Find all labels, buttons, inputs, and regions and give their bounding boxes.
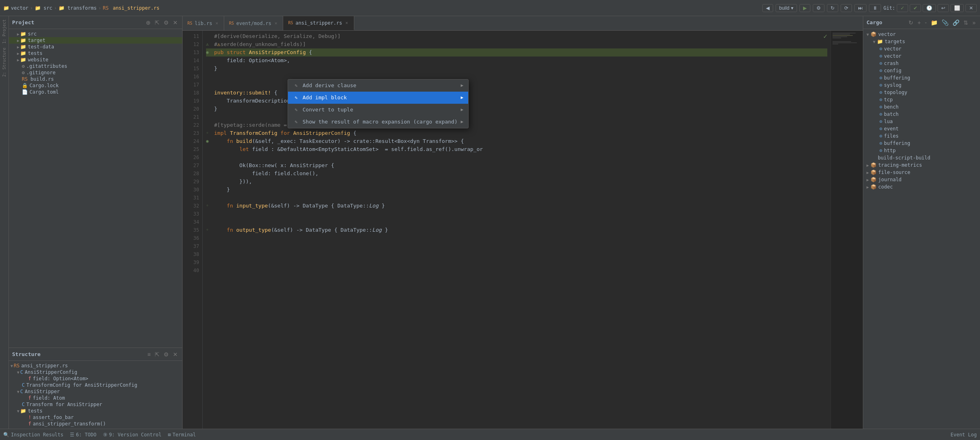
cargo-item-event[interactable]: ⊙ event	[863, 125, 980, 132]
code-area[interactable]: #[derive(Deserialize, Serialize, Debug)]…	[203, 31, 831, 429]
struct-item-field-atom2[interactable]: f field: Atom	[9, 395, 182, 401]
cargo-item-topology[interactable]: ⊙ topology	[863, 89, 980, 96]
cargo-label-config: config	[884, 68, 901, 73]
tree-item-gitattributes[interactable]: ⚙ .gitattributes	[9, 63, 182, 69]
toolbar-btn-1[interactable]: ⚙	[813, 4, 824, 12]
structure-close-btn[interactable]: ✕	[172, 351, 179, 358]
status-todo[interactable]: ☰ 6: TODO	[70, 432, 97, 438]
cargo-attach-btn[interactable]: 📎	[940, 19, 950, 26]
breadcrumb-vector[interactable]: vector	[11, 5, 28, 11]
tree-item-cargotoml[interactable]: 📄 Cargo.toml	[9, 89, 182, 95]
collapse-all-btn[interactable]: ⇱	[154, 19, 161, 26]
cargo-item-tracing[interactable]: ▶ 📦 tracing-metrics	[863, 161, 980, 169]
menu-item-impl[interactable]: ✎ Add impl block ▶	[288, 92, 468, 104]
run-button[interactable]: ▶	[799, 4, 810, 12]
git-undo-btn[interactable]: ↩	[938, 4, 949, 12]
structure-strip-label[interactable]: 2: Structure	[1, 46, 7, 78]
toolbar-btn-2[interactable]: ↻	[827, 4, 838, 12]
locate-file-btn[interactable]: ⊕	[145, 19, 152, 26]
cargo-item-vector-bin2[interactable]: ⊙ vector	[863, 52, 980, 60]
structure-collapse-btn[interactable]: ⇱	[154, 351, 161, 358]
cargo-remove-btn[interactable]: -	[924, 19, 928, 26]
expand-arrow-tracing: ▶	[866, 163, 869, 168]
tree-item-buildrs[interactable]: RS build.rs	[9, 76, 182, 82]
back-button[interactable]: ◀	[762, 4, 773, 12]
close-tab-eventmod[interactable]: ✕	[274, 21, 278, 26]
tab-librs[interactable]: RS lib.rs ✕	[183, 16, 224, 30]
git-window-btn[interactable]: ⬜	[951, 4, 964, 12]
struct-item-file[interactable]: ▼ RS ansi_stripper.rs	[9, 362, 182, 369]
struct-item-ansistripper[interactable]: ▼ C AnsiStripper	[9, 388, 182, 395]
struct-item-tests[interactable]: ▼ 📁 tests	[9, 408, 182, 414]
cargo-item-vector-bin1[interactable]: ⊙ vector	[863, 45, 980, 52]
cargo-sort-btn[interactable]: ⇅	[962, 19, 969, 26]
cargo-item-crash[interactable]: ⊙ crash	[863, 60, 980, 67]
status-terminal[interactable]: ⊞ Terminal	[168, 432, 196, 438]
menu-item-derive[interactable]: ✎ Add derive clause ▶	[288, 80, 468, 92]
struct-item-field-atom[interactable]: f field: Option<Atom>	[9, 375, 182, 382]
cargo-item-buffering1[interactable]: ⊙ buffering	[863, 74, 980, 82]
git-check-btn[interactable]: ✓	[897, 4, 908, 12]
struct-item-config[interactable]: ▼ C AnsiStripperConfig	[9, 369, 182, 375]
git-tick-btn[interactable]: ✔	[910, 4, 921, 12]
close-tab-ansistripper[interactable]: ✕	[345, 20, 349, 25]
cargo-item-vector-pkg[interactable]: ▼ 📦 vector	[863, 31, 980, 38]
submenu-arrow-macro: ▶	[461, 118, 464, 126]
git-history-btn[interactable]: 🕐	[923, 4, 936, 12]
target-icon-event: ⊙	[879, 126, 882, 132]
toolbar-btn-3[interactable]: ⟳	[841, 4, 852, 12]
settings-btn[interactable]: ⚙	[162, 19, 170, 26]
tree-item-cargolock[interactable]: 🔒 Cargo.lock	[9, 82, 182, 89]
tree-item-testdata[interactable]: ▶ 📁 test-data	[9, 44, 182, 50]
toolbar-btn-5[interactable]: ⏸	[869, 4, 881, 12]
status-eventlog[interactable]: Event Log	[951, 432, 977, 438]
project-strip-label[interactable]: 1: Project	[1, 18, 7, 45]
tree-item-src[interactable]: ▶ 📁 src	[9, 31, 182, 37]
cargo-add-btn[interactable]: +	[916, 19, 922, 26]
cargo-item-bench[interactable]: ⊙ bench	[863, 103, 980, 111]
cargo-link-btn[interactable]: 🔗	[951, 19, 961, 26]
structure-settings-btn[interactable]: ⚙	[162, 351, 170, 358]
tree-item-tests[interactable]: ▶ 📁 tests	[9, 50, 182, 57]
cargo-item-targets[interactable]: ▼ 📁 targets	[863, 38, 980, 45]
expand-arrow-vector-pkg: ▼	[866, 32, 869, 37]
cargo-item-buildscript[interactable]: build-script-build	[863, 154, 980, 161]
cargo-refresh-btn[interactable]: ↻	[907, 19, 915, 26]
cargo-item-syslog[interactable]: ⊙ syslog	[863, 82, 980, 89]
class-icon-ansistripper: C	[20, 389, 23, 394]
tree-item-gitignore[interactable]: ⚙ .gitignore	[9, 69, 182, 76]
cargo-item-buffering2[interactable]: ⊙ buffering	[863, 140, 980, 147]
menu-item-macro[interactable]: ✎ Show the result of macro expansion (ca…	[288, 116, 468, 128]
toolbar-btn-4[interactable]: ⏭	[854, 4, 866, 12]
struct-item-transformconfig[interactable]: C TransformConfig for AnsiStripperConfig	[9, 382, 182, 388]
close-tab-librs[interactable]: ✕	[215, 21, 219, 26]
struct-item-assert[interactable]: ! assert_foo_bar	[9, 414, 182, 421]
cargo-item-batch[interactable]: ⊙ batch	[863, 111, 980, 118]
structure-sort-btn[interactable]: ≡	[146, 351, 152, 358]
tab-ansistripper[interactable]: RS ansi_stripper.rs ✕	[283, 16, 354, 30]
tab-eventmod[interactable]: RS event/mod.rs ✕	[224, 16, 283, 30]
build-dropdown[interactable]: build ▾	[776, 4, 797, 12]
cargo-item-codec[interactable]: ▶ 📦 codec	[863, 183, 980, 191]
expand-arrow-codec: ▶	[866, 185, 869, 189]
folder-icon-sm2: 📁	[59, 5, 65, 11]
tree-item-website[interactable]: ▶ 📁 website	[9, 57, 182, 63]
struct-item-ansi-transform[interactable]: f ansi_stripper_transform()	[9, 421, 182, 427]
struct-item-transform[interactable]: C Transform for AnsiStripper	[9, 401, 182, 408]
git-close-btn[interactable]: ✕	[965, 4, 977, 12]
cargo-item-files[interactable]: ⊙ files	[863, 132, 980, 140]
close-panel-btn[interactable]: ✕	[172, 19, 179, 26]
cargo-folder-btn[interactable]: 📁	[930, 19, 939, 26]
status-inspection[interactable]: 🔍 Inspection Results	[3, 432, 63, 438]
status-vcs[interactable]: ⑨ 9: Version Control	[103, 432, 162, 438]
cargo-item-tcp[interactable]: ⊙ tcp	[863, 96, 980, 103]
structure-panel-actions: ≡ ⇱ ⚙ ✕	[146, 351, 179, 358]
tree-item-target[interactable]: ▶ 📁 target	[9, 37, 182, 44]
cargo-item-filesource[interactable]: ▶ 📦 file-source	[863, 169, 980, 176]
menu-item-tuple[interactable]: ✎ Convert to tuple ▶	[288, 104, 468, 116]
cargo-item-journald[interactable]: ▶ 📦 journald	[863, 176, 980, 183]
cargo-expand-btn[interactable]: »	[971, 19, 977, 26]
cargo-item-config[interactable]: ⊙ config	[863, 67, 980, 74]
cargo-item-http[interactable]: ⊙ http	[863, 147, 980, 154]
cargo-item-lua[interactable]: ⊙ lua	[863, 118, 980, 125]
